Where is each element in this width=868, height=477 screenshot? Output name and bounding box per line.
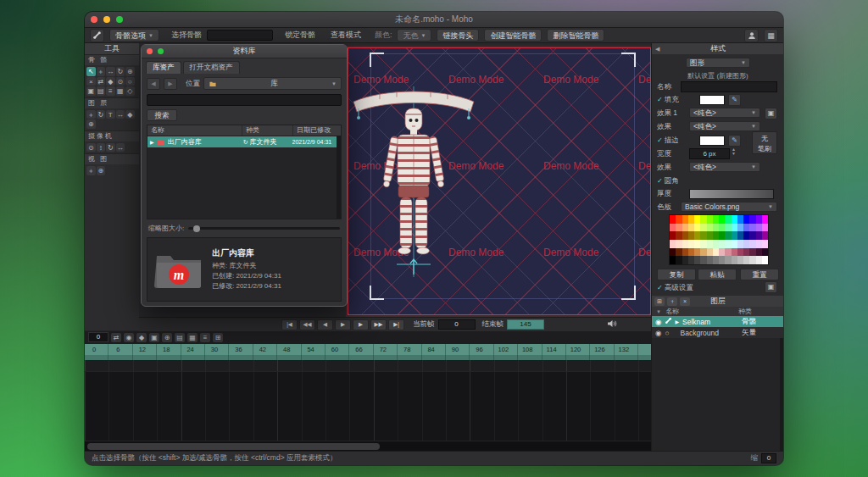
column-name[interactable]: 名称: [147, 125, 242, 136]
palette-swatch[interactable]: [725, 231, 731, 240]
style-target-select[interactable]: 图形 ▼: [686, 58, 750, 68]
palette-swatch[interactable]: [670, 248, 676, 257]
width-stepper[interactable]: ▲ ▼: [732, 147, 736, 156]
palette-swatch[interactable]: [732, 248, 737, 257]
delete-bone-tool[interactable]: ×: [86, 77, 96, 86]
palette-swatch[interactable]: [762, 248, 768, 257]
palette-swatch[interactable]: [743, 256, 749, 264]
palette-swatch[interactable]: [694, 224, 700, 232]
follow-path-tool[interactable]: ↔: [116, 110, 125, 119]
palette-swatch[interactable]: [756, 248, 762, 257]
bone-constraint-tool[interactable]: ≡: [106, 86, 115, 96]
palette-swatch[interactable]: [749, 215, 755, 224]
fill-color-swatch[interactable]: [699, 95, 725, 105]
palette-swatch[interactable]: [719, 248, 725, 257]
palette-swatch[interactable]: [719, 215, 725, 224]
palette-swatch[interactable]: [732, 240, 737, 248]
palette-swatch[interactable]: [682, 231, 688, 240]
palette-swatch[interactable]: [713, 231, 719, 240]
palette-swatch[interactable]: [682, 224, 688, 232]
spin-down-icon[interactable]: ▼: [732, 151, 736, 156]
effect1-options-icon[interactable]: ▣: [765, 108, 777, 119]
stroke-color-swatch[interactable]: [699, 136, 725, 146]
timeline-frame-indicator[interactable]: 0: [88, 332, 108, 342]
palette-swatch[interactable]: [713, 215, 719, 224]
palette-swatch[interactable]: [719, 231, 725, 240]
transform-layer-tool[interactable]: ＋: [86, 110, 96, 119]
effect3-select[interactable]: <纯色> ▼: [689, 162, 760, 172]
palette-swatch[interactable]: [688, 231, 694, 240]
graph-mode-icon[interactable]: ▦: [187, 333, 198, 342]
palette-swatch[interactable]: [700, 248, 706, 257]
rotate-bone-tool[interactable]: ↻: [116, 67, 125, 76]
layer-row-selknam[interactable]: ◉ ▶ Selknam 骨骼: [652, 316, 783, 327]
palette-swatch[interactable]: [694, 240, 700, 248]
palette-swatch[interactable]: [682, 248, 688, 257]
fill-edit-icon[interactable]: ✎: [728, 94, 741, 106]
palette-swatch[interactable]: [749, 240, 755, 248]
library-search-input[interactable]: [147, 94, 342, 106]
palette-swatch[interactable]: [713, 224, 719, 232]
palette-swatch[interactable]: [749, 224, 755, 232]
translate-bone-tool[interactable]: ＋: [97, 67, 106, 76]
palette-swatch[interactable]: [670, 224, 676, 232]
column-kind[interactable]: 种类: [242, 125, 293, 136]
palette-swatch[interactable]: [676, 231, 682, 240]
palette-swatch[interactable]: [749, 248, 755, 257]
palette-swatch[interactable]: [737, 240, 743, 248]
new-layer-icon[interactable]: ⊞: [654, 297, 665, 306]
bone-strength-tool[interactable]: ◆: [106, 77, 115, 86]
palette-swatch[interactable]: [713, 248, 719, 257]
palette-swatch[interactable]: [676, 240, 682, 248]
palette-swatch[interactable]: [700, 215, 706, 224]
link-bone-button[interactable]: 链接骨头: [437, 29, 479, 42]
palette-swatch[interactable]: [694, 231, 700, 240]
palette-swatch[interactable]: [743, 224, 749, 232]
thickness-bar[interactable]: [689, 189, 774, 199]
palette-swatch[interactable]: [700, 224, 706, 232]
rotate-layer-tool[interactable]: ↻: [97, 110, 106, 119]
current-frame-input[interactable]: 0: [438, 319, 476, 330]
palette-swatch[interactable]: [707, 224, 713, 232]
palette-swatch[interactable]: [670, 256, 676, 264]
palette-swatch[interactable]: [719, 240, 725, 248]
eye-icon[interactable]: ◉: [655, 329, 661, 337]
add-bone-tool[interactable]: ⊕: [125, 67, 135, 76]
pan-tilt-camera-tool[interactable]: ↔: [116, 143, 125, 153]
stroke-label[interactable]: ✓描边: [657, 136, 679, 146]
palette-swatch[interactable]: [707, 215, 713, 224]
scale-bone-tool[interactable]: ↔: [106, 67, 115, 76]
swatch-file-select[interactable]: Basic Colors.png ▼: [681, 202, 777, 212]
palette-swatch[interactable]: [682, 240, 688, 248]
bind-layer-tool[interactable]: ⊙: [116, 77, 125, 86]
palette-swatch[interactable]: [737, 224, 743, 232]
timeline-settings-icon[interactable]: ⊞: [213, 333, 223, 342]
palette-swatch[interactable]: [676, 215, 682, 224]
effect1-select[interactable]: <纯色> ▼: [689, 108, 760, 118]
palette-swatch[interactable]: [737, 215, 743, 224]
palette-swatch[interactable]: [707, 240, 713, 248]
autokey-icon[interactable]: ◉: [124, 333, 134, 342]
zoom-camera-tool[interactable]: ↕: [97, 143, 106, 153]
palette-swatch[interactable]: [725, 248, 731, 257]
nav-back-icon[interactable]: ◀: [147, 78, 160, 90]
track-camera-tool[interactable]: ⊙: [86, 143, 96, 153]
stroke-width-input[interactable]: 6 px: [689, 148, 730, 159]
palette-swatch[interactable]: [725, 240, 731, 248]
select-bone-tool[interactable]: ↖: [86, 67, 96, 76]
bind-points-tool[interactable]: ○: [125, 77, 135, 86]
bone-dynamics-tool[interactable]: ◇: [125, 86, 135, 96]
palette-swatch[interactable]: [756, 231, 762, 240]
palette-swatch[interactable]: [732, 224, 737, 232]
palette-swatch[interactable]: [688, 248, 694, 257]
speaker-icon[interactable]: [607, 319, 617, 330]
library-row-factory-content[interactable]: ▶ 出厂内容库 ↻ 库文件夹 2021/2/9 04:31: [147, 136, 341, 147]
corner-label[interactable]: ✓圆角: [657, 176, 679, 186]
next-keyframe-button[interactable]: ▶▶: [370, 319, 387, 330]
advanced-label[interactable]: ✓高级设置: [657, 283, 693, 293]
palette-swatch[interactable]: [688, 224, 694, 232]
palette-swatch[interactable]: [725, 215, 731, 224]
fill-label[interactable]: ✓填充: [657, 95, 679, 105]
palette-swatch[interactable]: [762, 256, 768, 264]
paste-style-button[interactable]: 粘贴: [698, 269, 737, 280]
